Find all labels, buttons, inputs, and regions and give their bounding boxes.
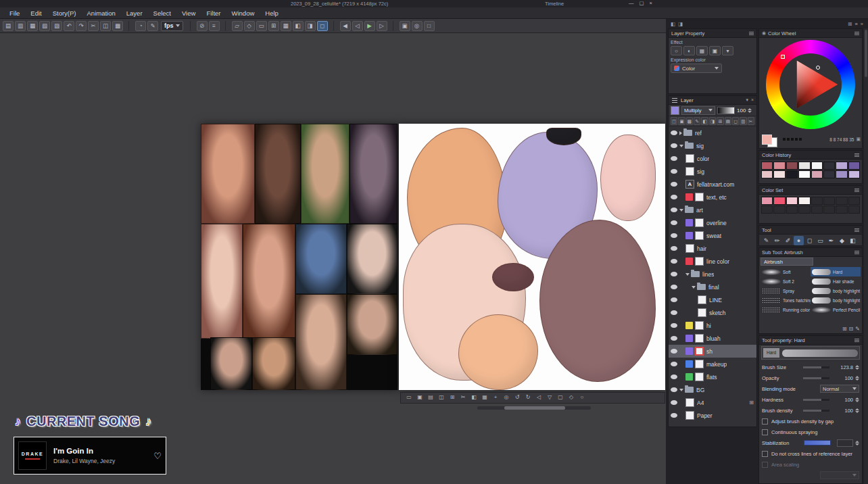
frame-border-icon[interactable]: ▭ — [256, 21, 267, 31]
layer-color-tag[interactable] — [685, 360, 693, 368]
layer-thumbnail[interactable] — [695, 347, 704, 356]
flip-vertical-icon[interactable]: ▽ — [544, 393, 555, 402]
paper-settings-icon[interactable]: ⊞ — [749, 400, 754, 406]
menu-item-layer[interactable]: Layer — [121, 7, 148, 18]
checkbox[interactable] — [762, 462, 768, 468]
subtool-item[interactable]: Perfect Pencil — [811, 305, 861, 314]
selection-tool-icon[interactable]: ▭ — [815, 236, 825, 245]
menu-item-select[interactable]: Select — [148, 7, 176, 18]
layer-row[interactable]: sketch — [669, 306, 756, 319]
property-row-area-scaling[interactable]: Area scaling — [759, 459, 862, 470]
layer-row[interactable]: hi — [669, 319, 756, 332]
color-swatch[interactable] — [786, 197, 798, 205]
stepper-buttons[interactable] — [855, 408, 859, 413]
property-row-continuous-spraying[interactable]: Continuous spraying — [759, 427, 862, 437]
visibility-eye-icon[interactable] — [671, 156, 677, 161]
subtool-item[interactable]: Soft 2 — [761, 276, 811, 286]
foreground-color-swatch[interactable] — [762, 135, 772, 145]
collapse-arrow-icon[interactable] — [685, 273, 690, 276]
panel-menu-icon[interactable] — [854, 230, 859, 231]
property-row-blank[interactable] — [759, 470, 862, 481]
empty-color-slot[interactable] — [786, 205, 798, 214]
layer-row[interactable]: Afellatnxart.com — [669, 178, 756, 191]
layer-row[interactable]: LINE — [669, 293, 756, 306]
camera-icon[interactable]: ▣ — [400, 21, 410, 31]
empty-color-slot[interactable] — [798, 205, 810, 214]
color-swatch[interactable] — [761, 170, 773, 178]
layer-row[interactable]: Paper — [669, 409, 756, 422]
dropdown[interactable] — [820, 471, 859, 479]
first-frame-icon[interactable]: ◀ — [340, 21, 351, 31]
panel-header[interactable]: Color Set — [759, 186, 862, 195]
expand-arrow-icon[interactable] — [679, 131, 682, 135]
play-icon[interactable]: ▶ — [364, 21, 375, 31]
layer-row[interactable]: final — [669, 281, 756, 293]
layer-thumbnail[interactable] — [695, 334, 704, 343]
copy-icon[interactable]: ◫ — [100, 21, 111, 31]
checkbox[interactable] — [762, 429, 768, 435]
panel-header[interactable]: Tool — [759, 226, 862, 235]
dock-scrollbar[interactable] — [864, 28, 868, 484]
collapse-arrow-icon[interactable] — [692, 286, 696, 289]
split-right-icon[interactable]: ◨ — [305, 21, 316, 31]
layer-color-tag[interactable] — [685, 335, 693, 342]
layer-thumbnail[interactable] — [685, 167, 694, 176]
visibility-eye-icon[interactable] — [671, 285, 677, 289]
empty-color-slot[interactable] — [811, 205, 823, 214]
checkbox[interactable] — [762, 418, 768, 425]
panel-menu-icon[interactable] — [854, 252, 859, 253]
redo-icon[interactable]: ↷ — [76, 21, 87, 31]
slider-track[interactable] — [803, 366, 829, 368]
menu-item-filter[interactable]: Filter — [201, 7, 226, 18]
flip-horizontal-icon[interactable]: ◁ — [533, 393, 544, 402]
visibility-eye-icon[interactable] — [671, 297, 677, 302]
gradient-tool-icon[interactable]: ◧ — [848, 236, 858, 245]
collapse-dock-icon[interactable]: » — [861, 21, 863, 27]
subtool-item[interactable]: body highlight 2 — [811, 295, 861, 305]
empty-color-slot[interactable] — [848, 197, 860, 205]
layer-color-tag[interactable] — [685, 232, 693, 239]
subtool-item[interactable]: Hair shade — [811, 276, 861, 286]
layer-thumbnail[interactable] — [695, 231, 704, 240]
subtool-settings-icon[interactable]: ✎ — [855, 326, 860, 332]
print-icon[interactable]: ▨ — [51, 21, 62, 31]
color-swatch[interactable] — [823, 170, 835, 178]
menu-item-window[interactable]: Window — [226, 7, 260, 18]
expand-dock-icon[interactable]: ⊞ — [848, 21, 852, 27]
pencil-tool-icon[interactable]: ✏ — [772, 236, 782, 245]
visibility-eye-icon[interactable] — [671, 349, 677, 354]
color-swatch[interactable] — [773, 170, 785, 178]
pixel-grid-icon[interactable]: ▦ — [281, 21, 291, 31]
empty-color-slot[interactable] — [836, 197, 847, 205]
menu-item-help[interactable]: Help — [260, 7, 284, 18]
paste-page-icon[interactable]: ▦ — [479, 393, 490, 402]
two-pane-icon[interactable]: ⊞ — [717, 117, 723, 125]
layer-thumbnail[interactable] — [685, 154, 694, 163]
property-row-opacity[interactable]: Opacity100 — [759, 372, 862, 383]
panel-menu-icon[interactable] — [854, 155, 859, 155]
tab-layer[interactable]: Layer — [681, 97, 694, 103]
split-left-icon[interactable]: ◧ — [293, 21, 304, 31]
color-wheel[interactable] — [766, 40, 855, 129]
blend-mode-icon[interactable]: ◫ — [671, 117, 677, 125]
stepper-buttons[interactable] — [855, 376, 859, 381]
trim-icon[interactable]: ✂ — [458, 393, 468, 402]
workspace-icon[interactable]: ◧ — [671, 21, 675, 27]
layer-color-tag[interactable] — [685, 347, 693, 355]
visibility-eye-icon[interactable] — [671, 246, 677, 251]
layer-thumbnail[interactable] — [698, 295, 706, 304]
reset-display-icon[interactable]: ○ — [577, 393, 587, 402]
cut-icon[interactable]: ✂ — [88, 21, 99, 31]
reference-layer-icon[interactable]: ▣ — [709, 46, 721, 55]
color-mode-toggle-icon[interactable]: ▣ — [856, 137, 861, 142]
layer-thumbnail[interactable] — [695, 360, 704, 368]
slider-track[interactable] — [803, 399, 829, 401]
copy-page-icon[interactable]: ◧ — [468, 393, 479, 402]
reference-collage-page[interactable] — [201, 124, 397, 390]
brush-tool-icon[interactable]: ✐ — [783, 236, 793, 245]
delete-subtool-icon[interactable]: ⊟ — [849, 326, 854, 332]
subtool-item[interactable]: Hard — [811, 267, 861, 276]
panel-header[interactable]: Sub Tool: Airbrush — [759, 248, 862, 257]
layer-row[interactable]: lines — [669, 268, 756, 281]
hue-marker[interactable] — [781, 55, 785, 59]
